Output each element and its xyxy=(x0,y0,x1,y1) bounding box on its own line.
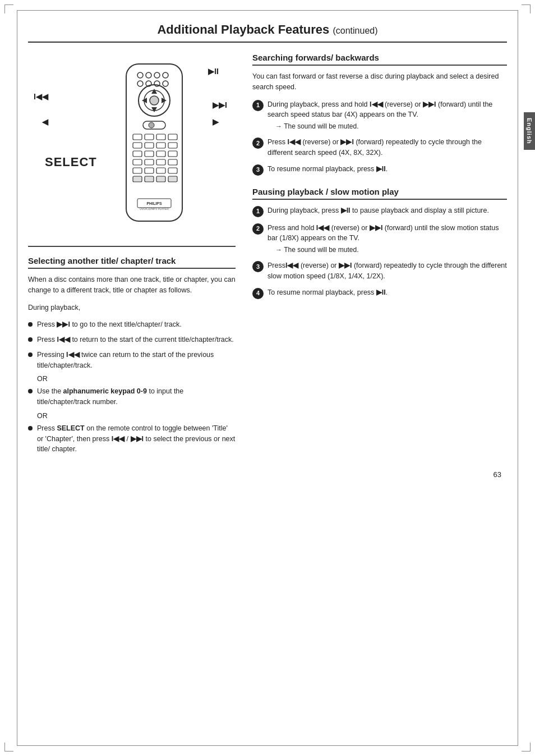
section-pause-title: Pausing playback / slow motion play xyxy=(252,187,507,200)
step-num-2: 2 xyxy=(252,138,264,149)
border-bottom xyxy=(17,745,518,746)
or-separator-2: OR xyxy=(37,412,236,420)
play-pause-label: ▶II xyxy=(208,67,219,76)
svg-text:PHILIPS: PHILIPS xyxy=(146,201,162,205)
pause-step-content-2: Press and hold I◀◀ (reverse) or ▶▶I (for… xyxy=(268,223,507,255)
svg-rect-29 xyxy=(168,151,177,157)
svg-rect-18 xyxy=(133,134,142,140)
svg-rect-28 xyxy=(156,151,165,157)
step-content-1: During playback, press and hold I◀◀ (rev… xyxy=(268,99,507,132)
pause-step-4: 4 To resume normal playback, press ▶II. xyxy=(252,287,507,299)
svg-rect-19 xyxy=(145,134,154,140)
svg-marker-11 xyxy=(151,89,157,94)
pause-step-num-2: 2 xyxy=(252,223,264,235)
step-note: The sound will be muted. xyxy=(275,245,507,255)
corner-br xyxy=(522,743,531,752)
pause-step-2: 2 Press and hold I◀◀ (reverse) or ▶▶I (f… xyxy=(252,223,507,255)
svg-rect-32 xyxy=(156,159,165,165)
svg-rect-21 xyxy=(168,134,177,140)
svg-rect-39 xyxy=(145,176,154,182)
svg-rect-36 xyxy=(156,168,165,173)
step-num-3: 3 xyxy=(252,164,264,176)
title-main: Additional Playback Features xyxy=(157,22,329,36)
next-label: ▶▶I xyxy=(213,100,227,109)
svg-rect-35 xyxy=(145,168,154,173)
svg-rect-27 xyxy=(145,151,154,157)
svg-rect-34 xyxy=(133,168,142,173)
step-text: During playback, press ▶II to pause play… xyxy=(268,205,507,216)
pause-step-content-3: PressI◀◀ (reverse) or ▶▶I (forward) repe… xyxy=(268,260,507,282)
list-item: Press ▶▶I to go to the next title/chapte… xyxy=(28,319,236,330)
bullet-text: Use the alphanumeric keypad 0-9 to input… xyxy=(37,386,236,407)
list-item: Use the alphanumeric keypad 0-9 to input… xyxy=(28,386,236,407)
pause-step-1: 1 During playback, press ▶II to pause pl… xyxy=(252,205,507,217)
svg-rect-25 xyxy=(168,143,177,148)
svg-rect-24 xyxy=(156,143,165,148)
bullet-text: Press SELECT on the remote control to to… xyxy=(37,423,236,455)
list-item: Press SELECT on the remote control to to… xyxy=(28,423,236,455)
page-title: Additional Playback Features (continued) xyxy=(28,22,507,43)
svg-rect-38 xyxy=(133,176,142,182)
remote-diagram-area: SELECT xyxy=(28,53,236,247)
step-content-3: To resume normal playback, press ▶II. xyxy=(268,164,507,175)
svg-rect-23 xyxy=(145,143,154,148)
list-item: Press I◀◀ to return to the start of the … xyxy=(28,335,236,345)
svg-point-8 xyxy=(163,81,168,86)
svg-rect-20 xyxy=(156,134,165,140)
bullet-text: Pressing I◀◀ twice can return to the sta… xyxy=(37,350,236,371)
section-search-intro: You can fast forward or fast reverse a d… xyxy=(252,71,507,93)
border-right xyxy=(518,10,518,746)
fwd-label: ▶ xyxy=(213,117,219,126)
svg-marker-12 xyxy=(151,107,157,112)
step-content-2: Press I◀◀ (reverse) or ▶▶I (forward) rep… xyxy=(268,137,507,158)
corner-bl xyxy=(4,743,13,752)
pause-step-content-4: To resume normal playback, press ▶II. xyxy=(268,287,507,298)
rev-label: ◀ xyxy=(42,117,48,126)
select-label: SELECT xyxy=(45,155,97,169)
svg-rect-40 xyxy=(156,176,165,182)
search-step-1: 1 During playback, press and hold I◀◀ (r… xyxy=(252,99,507,132)
remote-svg: PHILIPS DVD/CD/MP3 PLAYER xyxy=(93,58,216,232)
svg-point-1 xyxy=(137,72,143,78)
step-text: PressI◀◀ (reverse) or ▶▶I (forward) repe… xyxy=(268,260,507,282)
step-text: Press and hold I◀◀ (reverse) or ▶▶I (for… xyxy=(268,223,507,244)
svg-point-4 xyxy=(163,72,168,78)
bullet-dot xyxy=(28,322,33,327)
step-text: To resume normal playback, press ▶II. xyxy=(268,287,507,298)
svg-rect-37 xyxy=(168,168,177,173)
title-continued: (continued) xyxy=(333,26,377,35)
language-tab: English xyxy=(524,112,535,150)
svg-point-2 xyxy=(146,72,151,78)
bullet-text: Press ▶▶I to go to the next title/chapte… xyxy=(37,319,182,330)
bullet-dot xyxy=(28,352,33,357)
corner-tl xyxy=(4,4,13,13)
section-select-title: Selecting another title/ chapter/ track xyxy=(28,256,236,269)
bullet-dot xyxy=(28,389,33,393)
section-select-intro: When a disc contains more than one track… xyxy=(28,274,236,296)
bullet-dot xyxy=(28,337,33,342)
search-step-3: 3 To resume normal playback, press ▶II. xyxy=(252,164,507,176)
svg-rect-26 xyxy=(133,151,142,157)
corner-tr xyxy=(522,4,531,13)
during-playback-label: During playback, xyxy=(28,303,236,313)
search-step-2: 2 Press I◀◀ (reverse) or ▶▶I (forward) r… xyxy=(252,137,507,158)
page-number: 63 xyxy=(28,470,507,479)
svg-point-3 xyxy=(154,72,160,78)
or-separator-1: OR xyxy=(37,375,236,383)
step-text: Press I◀◀ (reverse) or ▶▶I (forward) rep… xyxy=(268,137,507,158)
border-top xyxy=(17,10,518,11)
svg-text:DVD/CD/MP3 PLAYER: DVD/CD/MP3 PLAYER xyxy=(140,207,169,210)
pause-step-num-3: 3 xyxy=(252,261,264,272)
bullet-text: Press I◀◀ to return to the start of the … xyxy=(37,335,234,345)
bullet-dot xyxy=(28,426,33,430)
pause-step-num-4: 4 xyxy=(252,288,264,299)
svg-point-15 xyxy=(150,96,159,105)
step-num-1: 1 xyxy=(252,100,264,111)
svg-point-5 xyxy=(137,81,143,86)
list-item: Pressing I◀◀ twice can return to the sta… xyxy=(28,350,236,371)
step-note: The sound will be muted. xyxy=(275,121,507,131)
pause-step-content-1: During playback, press ▶II to pause play… xyxy=(268,205,507,216)
remote-diagram: SELECT xyxy=(28,53,236,238)
svg-rect-41 xyxy=(168,176,177,182)
svg-rect-33 xyxy=(168,159,177,165)
